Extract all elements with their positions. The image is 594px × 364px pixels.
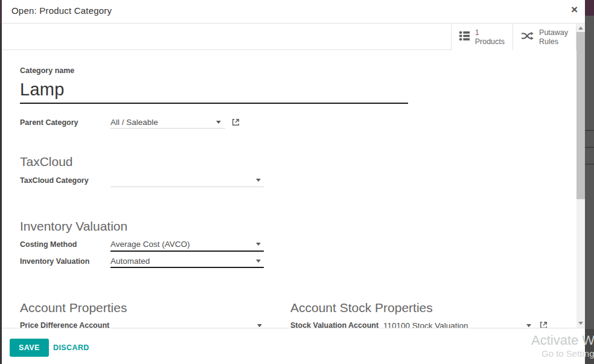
category-name-underline (20, 103, 408, 104)
parent-category-external-link-icon[interactable] (231, 118, 240, 129)
divider (585, 130, 594, 131)
putaway-label-line1: Putaway (539, 28, 568, 37)
inventory-valuation-section-heading: Inventory Valuation (20, 219, 127, 234)
stat-button-row: 1 Products Putaway Rules (2, 24, 585, 50)
vertical-scrollbar[interactable] (576, 24, 585, 328)
account-properties-section-heading: Account Properties (20, 301, 127, 315)
scrollbar-thumb[interactable] (576, 32, 585, 199)
putaway-rules-stat-button[interactable]: Putaway Rules (513, 24, 576, 50)
products-label: Products (475, 37, 505, 46)
parent-category-input[interactable]: All / Saleable (110, 118, 158, 127)
parent-category-label: Parent Category (20, 118, 78, 127)
divider (585, 164, 594, 165)
modal-title: Open: Product Category (11, 5, 112, 16)
category-name-input[interactable]: Lamp (20, 80, 65, 100)
products-stat-button[interactable]: 1 Products (451, 24, 513, 50)
costing-method-dropdown-icon[interactable] (256, 243, 261, 246)
divider (585, 147, 594, 148)
putaway-label-line2: Rules (539, 37, 568, 46)
taxcloud-section-heading: TaxCloud (20, 155, 73, 169)
stat-buttons: 1 Products Putaway Rules (451, 24, 576, 50)
costing-method-underline (110, 251, 264, 252)
costing-method-input[interactable]: Average Cost (AVCO) (110, 240, 190, 249)
category-name-label: Category name (20, 66, 74, 75)
costing-method-label: Costing Method (20, 240, 77, 249)
price-difference-account-dropdown-icon[interactable] (257, 324, 262, 327)
background-page-right-edge (585, 0, 594, 364)
taxcloud-category-dropdown-icon[interactable] (256, 179, 261, 182)
parent-category-underline (110, 128, 225, 129)
products-count: 1 (475, 28, 505, 37)
activate-windows-watermark: Activate Wi (531, 333, 594, 348)
list-icon (459, 31, 470, 43)
inventory-valuation-dropdown-icon[interactable] (256, 260, 261, 263)
inventory-valuation-underline (110, 267, 264, 268)
close-icon[interactable]: × (571, 2, 578, 17)
inventory-valuation-input[interactable]: Automated (110, 257, 150, 266)
save-button[interactable]: SAVE (10, 339, 49, 357)
product-category-dialog: Open: Product Category × 1 Product (0, 0, 594, 364)
stock-valuation-account-dropdown-icon[interactable] (526, 324, 531, 327)
modal-titlebar: Open: Product Category × (2, 0, 585, 24)
taxcloud-category-label: TaxCloud Category (20, 176, 89, 185)
account-stock-properties-section-heading: Account Stock Properties (290, 301, 433, 315)
activate-windows-watermark-subtext: Go to Settings t (541, 348, 594, 359)
background-navbar-sliver (585, 0, 594, 16)
scroll-up-arrow[interactable] (576, 24, 585, 33)
shuffle-icon (521, 31, 534, 43)
discard-button[interactable]: DISCARD (53, 343, 89, 352)
modal-footer: SAVE DISCARD (2, 328, 585, 364)
scroll-down-arrow[interactable] (576, 319, 585, 328)
background-page-left-edge (0, 0, 2, 364)
parent-category-dropdown-icon[interactable] (216, 121, 221, 124)
taxcloud-category-underline (110, 187, 264, 187)
inventory-valuation-label: Inventory Valuation (20, 257, 89, 266)
